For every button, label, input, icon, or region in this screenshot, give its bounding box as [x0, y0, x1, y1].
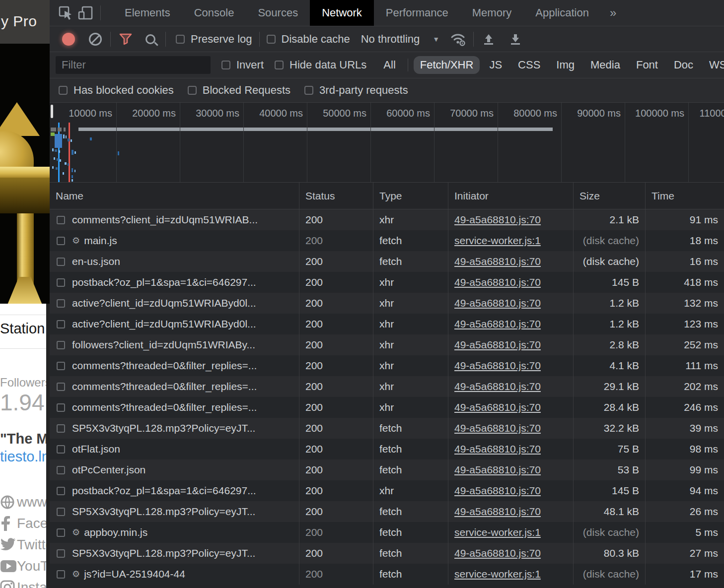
throttling-select[interactable]: No throttling ▼ — [361, 33, 439, 46]
initiator-link[interactable]: 49-a5a68810.js:70 — [454, 318, 541, 330]
row-checkbox[interactable] — [57, 570, 65, 579]
row-checkbox[interactable] — [57, 487, 65, 495]
hide-data-urls-toggle[interactable]: Hide data URLs — [275, 59, 366, 71]
column-header-initiator[interactable]: Initiator — [448, 183, 574, 209]
table-row[interactable]: postback?oz_pl=1&spa=1&ci=646297...200xh… — [50, 272, 724, 293]
initiator-link[interactable]: 49-a5a68810.js:70 — [454, 547, 541, 559]
checkbox[interactable] — [59, 86, 68, 95]
row-checkbox[interactable] — [57, 278, 65, 287]
row-checkbox[interactable] — [57, 383, 65, 391]
table-row[interactable]: en-us.json200fetch49-a5a68810.js:70(disk… — [50, 251, 724, 272]
initiator-link[interactable]: 49-a5a68810.js:70 — [454, 506, 541, 518]
initiator-link[interactable]: 49-a5a68810.js:70 — [454, 276, 541, 288]
preserve-log-checkbox[interactable] — [176, 35, 185, 44]
filter-icon[interactable] — [116, 30, 136, 48]
table-row[interactable]: postback?oz_pl=1&spa=1&ci=646297...200xh… — [50, 480, 724, 501]
preserve-log-toggle[interactable]: Preserve log — [176, 33, 252, 46]
table-row[interactable]: ⚙main.js200fetchservice-worker.js:1(disk… — [50, 230, 724, 251]
row-checkbox[interactable] — [57, 258, 65, 266]
column-header-type[interactable]: Type — [373, 183, 448, 209]
table-row[interactable]: followers?client_id=zdUqm51WRIABy...200x… — [50, 334, 724, 355]
tab-memory[interactable]: Memory — [460, 0, 523, 26]
row-checkbox[interactable] — [57, 216, 65, 224]
device-toolbar-icon[interactable] — [75, 4, 95, 22]
row-checkbox[interactable] — [57, 320, 65, 328]
table-row[interactable]: comments?client_id=zdUqm51WRIAB...200xhr… — [50, 209, 724, 230]
initiator-link[interactable]: 49-a5a68810.js:70 — [454, 339, 541, 351]
invert-checkbox[interactable] — [221, 61, 230, 69]
initiator-link[interactable]: 49-a5a68810.js:70 — [454, 401, 541, 413]
disable-cache-toggle[interactable]: Disable cache — [267, 33, 350, 46]
row-checkbox[interactable] — [57, 341, 65, 349]
initiator-link[interactable]: service-worker.js:1 — [454, 526, 541, 538]
table-row[interactable]: comments?threaded=0&filter_replies=...20… — [50, 376, 724, 397]
column-header-size[interactable]: Size — [574, 183, 646, 209]
initiator-link[interactable]: 49-a5a68810.js:70 — [454, 443, 541, 455]
search-icon[interactable] — [141, 30, 160, 48]
social-link-youtu[interactable]: YouTu — [0, 555, 50, 577]
more-tabs-button[interactable]: » — [601, 6, 625, 20]
filter-type-ws[interactable]: WS — [703, 56, 724, 74]
import-har-icon[interactable] — [479, 30, 499, 48]
has-blocked-cookies-toggle[interactable]: Has blocked cookies — [59, 84, 174, 97]
table-row[interactable]: comments?threaded=0&filter_replies=...20… — [50, 397, 724, 418]
filter-type-doc[interactable]: Doc — [667, 56, 700, 74]
hide-data-urls-checkbox[interactable] — [275, 61, 284, 69]
tab-performance[interactable]: Performance — [374, 0, 460, 26]
inspect-element-icon[interactable] — [56, 4, 75, 22]
initiator-link[interactable]: service-worker.js:1 — [454, 568, 541, 580]
initiator-link[interactable]: 49-a5a68810.js:70 — [454, 297, 541, 309]
filter-type-all[interactable]: All — [377, 56, 402, 74]
column-header-status[interactable]: Status — [299, 183, 373, 209]
row-checkbox[interactable] — [57, 549, 65, 558]
filter-input[interactable] — [56, 56, 211, 74]
station-tab-label[interactable]: Station — [0, 321, 45, 337]
row-checkbox[interactable] — [57, 466, 65, 474]
row-checkbox[interactable] — [57, 528, 65, 537]
row-checkbox[interactable] — [57, 424, 65, 433]
record-icon[interactable] — [59, 30, 78, 48]
initiator-link[interactable]: 49-a5a68810.js:70 — [454, 422, 541, 434]
checkbox[interactable] — [188, 86, 197, 95]
filter-type-img[interactable]: Img — [550, 56, 581, 74]
table-row[interactable]: active?client_id=zdUqm51WRIAByd0l...200x… — [50, 314, 724, 334]
tab-sources[interactable]: Sources — [246, 0, 310, 26]
filter-type-css[interactable]: CSS — [511, 56, 547, 74]
tab-elements[interactable]: Elements — [113, 0, 182, 26]
table-row[interactable]: ⚙appboy.min.js200fetchservice-worker.js:… — [50, 522, 724, 543]
disable-cache-checkbox[interactable] — [267, 35, 276, 44]
initiator-link[interactable]: 49-a5a68810.js:70 — [454, 360, 541, 372]
initiator-link[interactable]: 49-a5a68810.js:70 — [454, 485, 541, 497]
row-checkbox[interactable] — [57, 237, 65, 245]
table-row[interactable]: active?client_id=zdUqm51WRIAByd0l...200x… — [50, 293, 724, 314]
invert-toggle[interactable]: Invert — [221, 59, 264, 71]
export-har-icon[interactable] — [506, 30, 525, 48]
timeline-overview[interactable]: 10000 ms20000 ms30000 ms40000 ms50000 ms… — [50, 103, 724, 183]
table-row[interactable]: SP5X3v3tyqPL.128.mp3?Policy=eyJT...200fe… — [50, 501, 724, 522]
initiator-link[interactable]: service-worker.js:1 — [454, 235, 541, 247]
row-checkbox[interactable] — [57, 403, 65, 412]
table-row[interactable]: otFlat.json200fetch49-a5a68810.js:7075 B… — [50, 439, 724, 459]
row-checkbox[interactable] — [57, 445, 65, 454]
filter-type-font[interactable]: Font — [630, 56, 664, 74]
tab-application[interactable]: Application — [523, 0, 601, 26]
social-link-faceb[interactable]: Faceb — [0, 513, 50, 534]
blocked-requests-toggle[interactable]: Blocked Requests — [188, 84, 290, 97]
row-checkbox[interactable] — [57, 362, 65, 370]
filter-type-js[interactable]: JS — [483, 56, 508, 74]
column-header-name[interactable]: Name — [50, 183, 299, 209]
social-link-www[interactable]: www. — [0, 491, 50, 513]
network-conditions-icon[interactable] — [448, 30, 468, 48]
initiator-link[interactable]: 49-a5a68810.js:70 — [454, 214, 541, 226]
checkbox[interactable] — [304, 86, 313, 95]
table-row[interactable]: SP5X3v3tyqPL.128.mp3?Policy=eyJT...200fe… — [50, 418, 724, 439]
social-link-insta[interactable]: Insta — [0, 577, 50, 588]
tab-network[interactable]: Network — [310, 0, 374, 26]
filter-type-fetch-xhr[interactable]: Fetch/XHR — [414, 56, 480, 74]
tab-console[interactable]: Console — [182, 0, 246, 26]
social-link-twitte[interactable]: Twitte — [0, 534, 50, 555]
row-checkbox[interactable] — [57, 508, 65, 516]
3rd-party-requests-toggle[interactable]: 3rd-party requests — [304, 84, 408, 97]
initiator-link[interactable]: 49-a5a68810.js:70 — [454, 256, 541, 267]
table-row[interactable]: otPcCenter.json200fetch49-a5a68810.js:70… — [50, 459, 724, 480]
